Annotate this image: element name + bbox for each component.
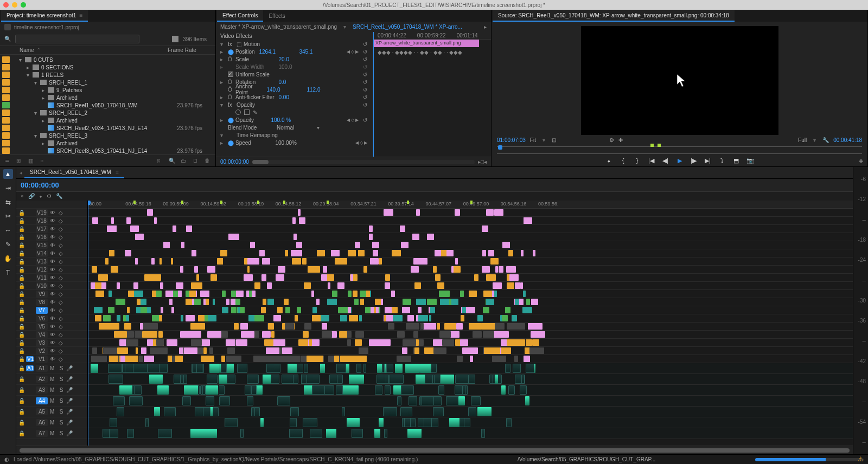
video-clip[interactable]	[481, 323, 485, 330]
video-clip[interactable]	[372, 242, 380, 248]
audio-clip[interactable]	[438, 385, 444, 395]
video-clip[interactable]	[397, 331, 405, 338]
project-tree-item[interactable]: ▸9_Patches	[0, 86, 215, 94]
label-swatch[interactable]	[2, 87, 10, 93]
audio-track-header[interactable]: 🔒A6MS🎤	[16, 417, 87, 428]
lock-icon[interactable]: 🔒	[18, 299, 24, 305]
timeline-marker-icon[interactable]	[257, 201, 259, 204]
video-clip[interactable]	[427, 234, 434, 240]
lock-icon[interactable]: 🔒	[18, 420, 24, 426]
track-target[interactable]: V14	[36, 250, 48, 257]
toggle-output-icon[interactable]: 👁	[50, 218, 56, 224]
audio-clip[interactable]	[251, 385, 256, 395]
video-clip[interactable]	[210, 274, 215, 281]
audio-clip[interactable]	[363, 364, 367, 373]
video-clip[interactable]	[433, 347, 446, 354]
video-clip[interactable]	[139, 234, 144, 240]
video-clip[interactable]	[198, 315, 205, 321]
audio-clip[interactable]	[320, 364, 325, 373]
stopwatch-icon[interactable]: ⬤	[228, 49, 233, 54]
twisty-icon[interactable]: ▾	[220, 102, 226, 108]
video-clip[interactable]	[154, 217, 157, 224]
video-clip[interactable]	[143, 323, 158, 330]
video-clip[interactable]	[495, 266, 498, 273]
lock-icon[interactable]: 🔒	[18, 210, 24, 216]
lock-icon[interactable]: 🔒	[18, 398, 24, 404]
source-tc-dur[interactable]: 00:00:41:18	[833, 137, 862, 143]
seq-menu-icon[interactable]: ≡	[114, 169, 119, 175]
audio-clip[interactable]	[420, 364, 431, 373]
audio-clip[interactable]	[237, 364, 247, 373]
video-clip[interactable]	[435, 250, 442, 256]
source-patch[interactable]: A1	[26, 365, 34, 371]
track-target[interactable]: V18	[36, 217, 48, 224]
ec-seq-clip[interactable]: SRCH_Reel1_v050_170418_WM * XP-arro...	[353, 24, 462, 30]
video-clip[interactable]	[266, 347, 279, 354]
video-clip[interactable]	[299, 217, 305, 224]
label-swatch[interactable]	[2, 56, 10, 63]
video-clip[interactable]	[285, 250, 288, 256]
project-tree-item[interactable]: ▾1 REELS	[0, 71, 215, 79]
audio-clip[interactable]	[123, 364, 125, 373]
mute-icon[interactable]: M	[50, 398, 56, 404]
video-clip[interactable]	[134, 291, 143, 297]
marker-icon[interactable]	[650, 144, 654, 147]
video-clip[interactable]	[474, 274, 478, 281]
source-time-ruler[interactable]	[497, 146, 862, 154]
video-clip[interactable]	[282, 347, 293, 354]
audio-clip[interactable]	[349, 375, 361, 384]
reset-icon[interactable]: ↺	[362, 41, 368, 47]
effect-property-row[interactable]: ▸ŎScale20.0↺	[216, 55, 373, 63]
video-clip[interactable]	[452, 266, 461, 273]
video-clip[interactable]	[483, 291, 493, 297]
video-clip[interactable]	[455, 258, 458, 265]
video-clip[interactable]	[531, 331, 545, 338]
audio-clip[interactable]	[446, 396, 459, 405]
effect-property-row[interactable]: ▸⬤Opacity100.0 %◀ ◇ ▶↺	[216, 116, 373, 124]
video-track-header[interactable]: 🔒V14👁◇	[16, 249, 87, 257]
video-clip[interactable]	[163, 242, 170, 248]
voiceover-icon[interactable]: 🎤	[66, 409, 72, 415]
lock-icon[interactable]: 🔒	[18, 387, 24, 393]
track-target[interactable]: V3	[36, 339, 48, 346]
sync-lock-icon[interactable]: ◇	[59, 218, 65, 224]
stopwatch-icon[interactable]: ⬤	[228, 140, 233, 145]
twisty-icon[interactable]: ▾	[33, 133, 38, 139]
video-clip[interactable]	[133, 282, 138, 289]
video-clip[interactable]	[285, 323, 293, 330]
video-clip[interactable]	[322, 323, 327, 330]
go-to-in-icon[interactable]: |◀	[648, 157, 655, 164]
icon-view-icon[interactable]: ⊞	[16, 158, 23, 164]
video-clip[interactable]	[484, 347, 500, 354]
twisty-icon[interactable]: ▸	[25, 65, 30, 70]
video-clip[interactable]	[331, 250, 340, 256]
effect-property-row[interactable]: Blend ModeNormal▾	[216, 124, 373, 131]
property-value[interactable]: 100.0	[279, 64, 317, 70]
sync-lock-icon[interactable]: ◇	[59, 234, 65, 240]
video-clip[interactable]	[226, 356, 242, 362]
video-track[interactable]	[88, 347, 853, 355]
video-clip[interactable]	[340, 315, 348, 321]
project-tree-item[interactable]: SRCH_Reel1_v050_170418_WM23.976 fps	[0, 101, 215, 109]
video-clip[interactable]	[446, 250, 454, 256]
audio-clip[interactable]	[342, 407, 345, 416]
video-track[interactable]	[88, 331, 853, 339]
video-clip[interactable]	[384, 209, 393, 216]
video-clip[interactable]	[313, 356, 323, 362]
video-clip[interactable]	[354, 299, 358, 305]
video-clip[interactable]	[506, 266, 513, 273]
video-clip[interactable]	[95, 315, 101, 321]
video-clip[interactable]	[358, 250, 365, 256]
video-clip[interactable]	[460, 291, 464, 297]
toggle-output-icon[interactable]: 👁	[50, 299, 56, 305]
video-clip[interactable]	[192, 250, 196, 256]
reset-icon[interactable]: ↺	[362, 79, 368, 85]
sync-lock-icon[interactable]: ◇	[59, 283, 65, 289]
audio-clip[interactable]	[220, 396, 230, 405]
audio-clip[interactable]	[336, 364, 346, 373]
video-clip[interactable]	[111, 225, 117, 232]
video-clip[interactable]	[486, 209, 494, 216]
lock-icon[interactable]: 🔒	[18, 340, 24, 346]
video-track[interactable]	[88, 225, 853, 233]
effect-property-row[interactable]: Uniform Scale↺	[216, 70, 373, 78]
